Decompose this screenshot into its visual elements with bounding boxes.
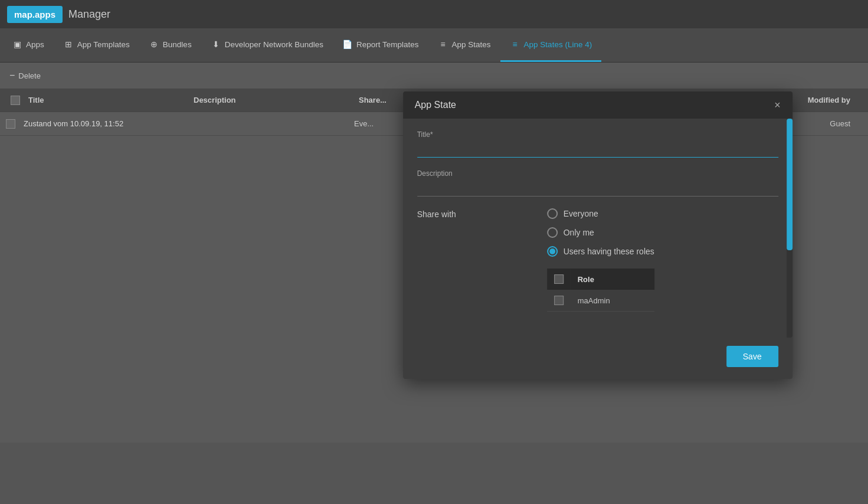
radio-users-roles-label: Users having these roles — [564, 247, 654, 256]
toolbar: − Delete — [0, 63, 868, 89]
role-name: maAdmin — [571, 290, 654, 312]
tab-app-states[interactable]: ≡ App States — [428, 28, 500, 62]
description-label: Description — [417, 169, 778, 178]
radio-everyone[interactable]: Everyone — [547, 208, 654, 219]
tab-app-states-line4[interactable]: ≡ App States (Line 4) — [500, 28, 602, 62]
tab-apps[interactable]: ▣ Apps — [2, 28, 54, 62]
title-input[interactable] — [417, 141, 778, 158]
tab-bundles[interactable]: ⊕ Bundles — [139, 28, 201, 62]
minus-icon: − — [9, 70, 15, 81]
radio-users-roles[interactable]: Users having these roles — [547, 246, 654, 257]
th-description: Description — [189, 96, 354, 104]
description-input[interactable] — [417, 180, 778, 197]
app-states-line4-icon: ≡ — [510, 39, 520, 50]
share-with-label: Share with — [417, 208, 547, 219]
tab-report-templates[interactable]: 📄 Report Templates — [333, 28, 428, 62]
title-field-group: Title* — [417, 130, 778, 158]
radio-only-me-circle — [547, 227, 558, 238]
radio-only-me-label: Only me — [564, 228, 594, 237]
app-templates-icon: ⊞ — [63, 39, 74, 50]
app-states-icon: ≡ — [438, 39, 448, 50]
delete-button[interactable]: − Delete — [9, 70, 41, 81]
scrollbar-thumb — [787, 119, 792, 250]
role-row[interactable]: maAdmin — [547, 290, 654, 312]
role-checkbox-cell — [547, 290, 571, 312]
description-field-group: Description — [417, 169, 778, 197]
role-checkbox[interactable] — [554, 296, 564, 305]
apps-icon: ▣ — [12, 39, 22, 50]
report-templates-icon: 📄 — [342, 39, 353, 50]
radio-only-me[interactable]: Only me — [547, 227, 654, 238]
close-button[interactable]: × — [774, 100, 781, 110]
radio-everyone-label: Everyone — [564, 209, 598, 218]
radio-everyone-circle — [547, 208, 558, 219]
dialog-footer: Save — [403, 338, 792, 379]
bundles-icon: ⊕ — [149, 39, 159, 50]
dialog-scrollbar[interactable] — [787, 119, 792, 338]
dialog-title: App State — [415, 100, 456, 110]
select-all-checkbox[interactable] — [11, 96, 20, 105]
th-title: Title — [24, 96, 189, 104]
dialog-header: App State × — [403, 91, 792, 119]
roles-table: Role maAdmin — [547, 269, 654, 312]
row-checkbox-cell — [6, 119, 24, 129]
manager-title: Manager — [68, 8, 110, 21]
roles-th-role: Role — [571, 269, 654, 290]
share-with-section: Share with Everyone Only me — [417, 208, 778, 312]
tab-developer-network-bundles[interactable]: ⬇ Developer Network Bundles — [201, 28, 333, 62]
share-options: Everyone Only me Users having these role… — [547, 208, 654, 312]
row-title: Zustand vom 10.09.19, 11:52 — [24, 119, 189, 128]
dev-network-icon: ⬇ — [211, 39, 221, 50]
header: map.apps Manager — [0, 0, 868, 28]
app-state-dialog: App State × Title* Description Share wit… — [403, 91, 792, 379]
dialog-body: Title* Description Share with Everyone — [403, 119, 792, 338]
roles-th-checkbox — [547, 269, 571, 290]
logo: map.apps — [7, 6, 63, 23]
tab-app-templates[interactable]: ⊞ App Templates — [54, 28, 139, 62]
th-checkbox — [6, 96, 24, 105]
row-checkbox[interactable] — [6, 119, 15, 129]
roles-table-header-row: Role — [547, 269, 654, 290]
nav-tabs: ▣ Apps ⊞ App Templates ⊕ Bundles ⬇ Devel… — [0, 28, 868, 63]
roles-select-all-checkbox[interactable] — [554, 274, 564, 284]
title-label: Title* — [417, 130, 778, 139]
radio-users-roles-circle — [547, 246, 558, 257]
save-button[interactable]: Save — [726, 346, 778, 367]
